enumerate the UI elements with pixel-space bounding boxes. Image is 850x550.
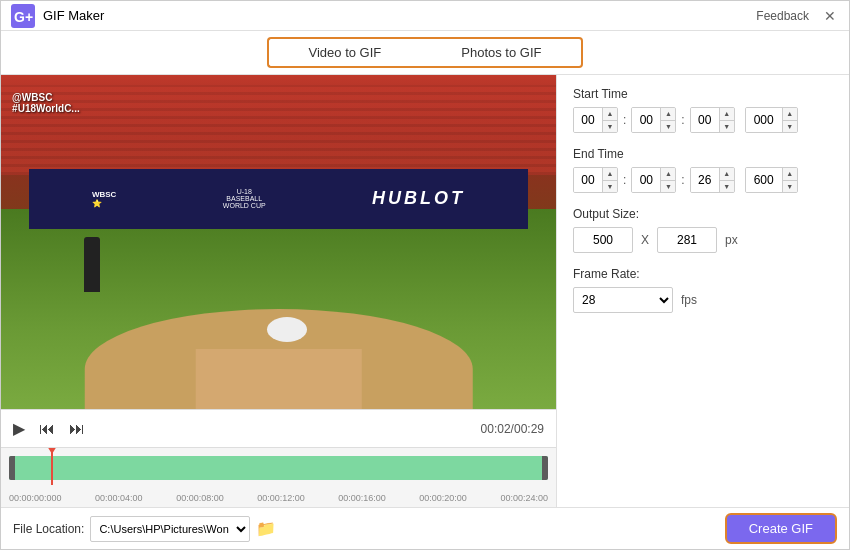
- start-ms-spinners: ▲ ▼: [782, 108, 797, 132]
- tab-video-to-gif[interactable]: Video to GIF: [267, 37, 422, 68]
- start-mm-input[interactable]: [632, 108, 660, 132]
- end-hh-input[interactable]: [574, 168, 602, 192]
- framerate-row: 24 28 30 60 fps: [573, 287, 833, 313]
- controls-left: ▶ ⏮ ⏭: [13, 419, 85, 438]
- start-ss-down[interactable]: ▼: [720, 121, 734, 133]
- start-ms-down[interactable]: ▼: [783, 121, 797, 133]
- start-time-label: Start Time: [573, 87, 833, 101]
- start-ms-input[interactable]: [746, 108, 782, 132]
- ruler-mark-6: 00:00:24:00: [500, 493, 548, 503]
- hashtag-overlay: @WBSC #U18WorldC...: [12, 92, 80, 114]
- play-button[interactable]: ▶: [13, 419, 25, 438]
- start-mm-down[interactable]: ▼: [661, 121, 675, 133]
- title-bar-left: G+ GIF Maker: [11, 4, 104, 28]
- play-icon: ▶: [13, 419, 25, 438]
- x-label: X: [641, 233, 649, 247]
- end-mm-field[interactable]: ▲ ▼: [631, 167, 676, 193]
- ruler-mark-4: 00:00:16:00: [338, 493, 386, 503]
- ruler-mark-2: 00:00:08:00: [176, 493, 224, 503]
- end-ss-down[interactable]: ▼: [720, 181, 734, 193]
- start-mm-field[interactable]: ▲ ▼: [631, 107, 676, 133]
- end-hh-down[interactable]: ▼: [603, 181, 617, 193]
- start-hh-down[interactable]: ▼: [603, 121, 617, 133]
- end-ss-field[interactable]: ▲ ▼: [690, 167, 735, 193]
- hublot-logo: HUBLOT: [372, 188, 465, 209]
- start-hh-field[interactable]: ▲ ▼: [573, 107, 618, 133]
- timeline-handle-left[interactable]: [9, 456, 15, 480]
- create-gif-button[interactable]: Create GIF: [725, 513, 837, 544]
- end-mm-up[interactable]: ▲: [661, 168, 675, 181]
- skip-back-button[interactable]: ⏮: [39, 420, 55, 438]
- end-time-label: End Time: [573, 147, 833, 161]
- ruler-mark-1: 00:00:04:00: [95, 493, 143, 503]
- start-hh-input[interactable]: [574, 108, 602, 132]
- app-logo-icon: G+: [11, 4, 35, 28]
- end-ms-field[interactable]: ▲ ▼: [745, 167, 798, 193]
- end-mm-down[interactable]: ▼: [661, 181, 675, 193]
- start-hh-spinners: ▲ ▼: [602, 108, 617, 132]
- video-player[interactable]: WBSC⭐ U-18BASEBALLWORLD CUP HUBLOT @WBS: [1, 75, 556, 409]
- start-hh-up[interactable]: ▲: [603, 108, 617, 121]
- bottom-bar: File Location: C:\Users\HP\Pictures\Wond…: [1, 507, 849, 549]
- app-window: G+ GIF Maker Feedback ✕ Video to GIF Pho…: [0, 0, 850, 550]
- end-hh-up[interactable]: ▲: [603, 168, 617, 181]
- end-time-inputs: ▲ ▼ : ▲ ▼ :: [573, 167, 833, 193]
- end-ss-up[interactable]: ▲: [720, 168, 734, 181]
- controls-bar: ▶ ⏮ ⏭ 00:02/00:29: [1, 409, 556, 447]
- end-ss-spinners: ▲ ▼: [719, 168, 734, 192]
- close-button[interactable]: ✕: [821, 7, 839, 25]
- ruler-mark-3: 00:00:12:00: [257, 493, 305, 503]
- timeline-handle-right[interactable]: [542, 456, 548, 480]
- frame-rate-section: Frame Rate: 24 28 30 60 fps: [573, 267, 833, 313]
- end-mm-input[interactable]: [632, 168, 660, 192]
- timeline-playhead[interactable]: [51, 450, 53, 485]
- output-width-input[interactable]: [573, 227, 633, 253]
- start-time-section: Start Time ▲ ▼ : ▲ ▼: [573, 87, 833, 133]
- start-ms-field[interactable]: ▲ ▼: [745, 107, 798, 133]
- end-ss-input[interactable]: [691, 168, 719, 192]
- tab-photos-to-gif[interactable]: Photos to GIF: [421, 37, 583, 68]
- end-ms-input[interactable]: [746, 168, 782, 192]
- right-panel: Start Time ▲ ▼ : ▲ ▼: [556, 75, 849, 507]
- folder-icon: 📁: [256, 520, 276, 537]
- output-height-input[interactable]: [657, 227, 717, 253]
- wbsc-logo: WBSC⭐: [92, 190, 116, 208]
- output-size-section: Output Size: X px: [573, 207, 833, 253]
- end-ms-down[interactable]: ▼: [783, 181, 797, 193]
- time-display: 00:02/00:29: [481, 422, 544, 436]
- start-mm-up[interactable]: ▲: [661, 108, 675, 121]
- start-time-inputs: ▲ ▼ : ▲ ▼ :: [573, 107, 833, 133]
- ad-banner: WBSC⭐ U-18BASEBALLWORLD CUP HUBLOT: [29, 169, 529, 229]
- start-ss-field[interactable]: ▲ ▼: [690, 107, 735, 133]
- size-row: X px: [573, 227, 833, 253]
- frame-rate-label: Frame Rate:: [573, 267, 833, 281]
- skip-forward-button[interactable]: ⏭: [69, 420, 85, 438]
- end-mm-spinners: ▲ ▼: [660, 168, 675, 192]
- skip-forward-icon: ⏭: [69, 420, 85, 438]
- start-ss-input[interactable]: [691, 108, 719, 132]
- ruler-mark-5: 00:00:20:00: [419, 493, 467, 503]
- end-ms-up[interactable]: ▲: [783, 168, 797, 181]
- timeline-ruler: 00:00:00:000 00:00:04:00 00:00:08:00 00:…: [9, 493, 548, 503]
- u18-hashtag: #U18WorldC...: [12, 103, 80, 114]
- timeline-container[interactable]: 00:00:00:000 00:00:04:00 00:00:08:00 00:…: [1, 447, 556, 507]
- file-location-select[interactable]: C:\Users\HP\Pictures\Wondersh: [90, 516, 250, 542]
- wbsc-handle: @WBSC: [12, 92, 80, 103]
- start-ms-up[interactable]: ▲: [783, 108, 797, 121]
- tab-bar: Video to GIF Photos to GIF: [1, 31, 849, 75]
- video-area: WBSC⭐ U-18BASEBALLWORLD CUP HUBLOT @WBS: [1, 75, 556, 507]
- fps-label: fps: [681, 293, 697, 307]
- player1-silhouette: [84, 237, 100, 292]
- timeline-track[interactable]: [9, 456, 548, 480]
- sep1: :: [623, 113, 626, 127]
- end-ms-spinners: ▲ ▼: [782, 168, 797, 192]
- ruler-mark-0: 00:00:00:000: [9, 493, 62, 503]
- feedback-link[interactable]: Feedback: [756, 9, 809, 23]
- start-ss-up[interactable]: ▲: [720, 108, 734, 121]
- framerate-select[interactable]: 24 28 30 60: [573, 287, 673, 313]
- folder-browse-button[interactable]: 📁: [256, 519, 276, 538]
- end-time-section: End Time ▲ ▼ : ▲ ▼: [573, 147, 833, 193]
- end-hh-field[interactable]: ▲ ▼: [573, 167, 618, 193]
- main-content: WBSC⭐ U-18BASEBALLWORLD CUP HUBLOT @WBS: [1, 75, 849, 507]
- output-size-label: Output Size:: [573, 207, 833, 221]
